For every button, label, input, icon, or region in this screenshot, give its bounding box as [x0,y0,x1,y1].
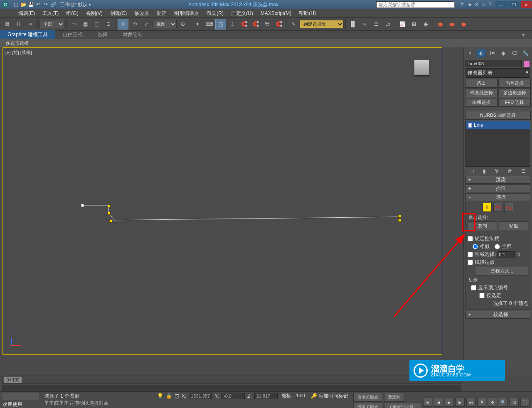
menu-rendering[interactable]: 渲染(R) [203,9,227,18]
percent-snap-icon[interactable]: 🧲 [239,19,249,29]
ribbon-tab-paint[interactable]: 对象绘制 [115,30,150,39]
isolate-icon[interactable]: ◫ [175,393,179,399]
viewcube[interactable] [414,60,429,75]
help-search-input[interactable] [376,1,455,8]
object-color-swatch[interactable] [524,61,530,67]
modifier-stack[interactable]: ▣ Line [466,121,530,167]
ribbon-panel-label[interactable]: 多边形建模 [0,39,532,47]
ribbon-tab-selection[interactable]: 选择 [90,30,115,39]
next-frame-icon[interactable]: ▶ [456,398,465,407]
spline-vertex[interactable] [398,219,401,222]
stack-item-line[interactable]: ▣ Line [466,121,530,129]
spline-vertex[interactable] [398,215,401,218]
time-config-icon[interactable]: ⧗ [477,398,486,407]
menu-tools[interactable]: 工具(T) [39,9,62,18]
menu-modifiers[interactable]: 修改器 [131,9,153,18]
menu-maxscript[interactable]: MAXScript(M) [257,10,295,17]
zoom-icon[interactable]: 🔍 [499,398,508,407]
spinner-arrows-icon[interactable]: ⇅ [517,252,521,258]
menu-grapheditors[interactable]: 图形编辑器 [171,9,202,18]
make-unique-icon[interactable]: ∀ [494,167,499,175]
area-selection-checkbox[interactable] [468,252,473,257]
schematic-icon[interactable]: ⊞ [409,19,419,29]
menu-help[interactable]: 帮助(H) [296,9,319,18]
mod-btn-ffdsel[interactable]: FFD 选择 [498,98,531,107]
menu-animation[interactable]: 动画 [153,9,170,18]
create-panel-icon[interactable]: ✳ [466,49,474,57]
display-panel-icon[interactable]: 🖵 [510,49,519,57]
goto-end-icon[interactable]: ⏭ [466,398,475,407]
binoculars-icon[interactable]: 🔭 [459,2,465,7]
max-toggle-icon[interactable]: ⛶ [520,398,530,407]
viewport-front[interactable]: [+] [前] [线框] z x [2,47,442,355]
copy-selection-button[interactable]: 复制 [468,221,497,230]
key-filters-button[interactable]: 关键点过滤器... [384,403,421,408]
unlink-icon[interactable]: ⛓ [13,19,24,29]
percent-icon[interactable]: % [262,19,273,29]
lock-selection-icon[interactable]: 💡 [157,393,163,399]
material-editor-icon[interactable]: ◉ [420,19,431,29]
play-icon[interactable]: ▶ [445,398,454,407]
select-by-button[interactable]: 选择方式... [476,267,528,275]
add-time-tag[interactable]: 添加时间标记 [318,393,348,399]
lock-icon[interactable]: 🔒 [166,393,172,399]
hierarchy-panel-icon[interactable]: 🞕 [488,49,497,57]
configure-sets-icon[interactable]: ☰ [520,167,527,175]
prev-frame-icon[interactable]: ◀ [434,398,443,407]
minimize-button[interactable]: — [495,1,507,8]
menu-edit[interactable]: 编辑(E) [15,9,38,18]
segment-end-checkbox[interactable] [468,260,473,265]
coord-z-input[interactable] [254,393,278,399]
selected-set-dropdown[interactable]: 选定对 [384,393,404,402]
spline-vertex[interactable] [108,204,111,207]
viewport-label[interactable]: [+] [前] [线框] [5,49,32,56]
link-icon[interactable]: ⛓ [2,19,12,29]
qat-undo-icon[interactable]: ↶ [35,1,42,8]
spline-vertex[interactable] [109,220,112,223]
mod-btn-extrude[interactable]: 挤出 [465,79,498,88]
close-button[interactable]: ✕ [520,1,532,8]
autokey-button[interactable]: 自动关键点 [353,393,382,402]
render-frame-icon[interactable]: 🫖 [446,19,457,29]
maximize-button[interactable]: ❐ [508,1,520,8]
mod-btn-polysel[interactable]: 多边形选择 [498,88,531,97]
spline-vertex[interactable] [81,204,84,207]
all-radio[interactable] [495,244,500,249]
maxscript-mini-listener[interactable] [2,393,39,400]
select-name-icon[interactable]: ▤ [80,19,91,29]
keyboard-icon[interactable]: ⌨ [204,19,214,29]
curve-editor-icon[interactable]: 📈 [397,19,408,29]
time-slider-thumb[interactable]: 0 / 100 [4,376,22,383]
scale-icon[interactable]: ⤢ [141,19,152,29]
remove-mod-icon[interactable]: 🗑 [507,167,513,175]
subobj-vertex-button[interactable]: ⁞⁞ [483,203,492,212]
edit-named-sel-icon[interactable]: ✎ [288,19,299,29]
modifier-list-dropdown[interactable]: 修改器列表 ▾ [466,68,530,78]
spline-vertex[interactable] [108,212,111,215]
app-logo[interactable]: G [2,1,9,8]
motion-panel-icon[interactable]: ◉ [499,49,507,57]
move-icon[interactable]: ✥ [118,19,128,29]
render-setup-icon[interactable]: 🫖 [435,19,446,29]
menu-group[interactable]: 组(G) [63,9,81,18]
window-crossing-icon[interactable]: ⊡ [103,19,114,29]
track-bar[interactable] [2,385,461,391]
rollout-selection[interactable]: -选择 [466,193,530,201]
subobj-segment-button[interactable] [493,203,502,212]
rollout-softselection[interactable]: +软选择 [466,311,530,319]
mod-btn-splinesel[interactable]: 样条线选择 [465,88,498,97]
favorites-icon[interactable]: ☆ [481,2,486,7]
mod-btn-patchsel[interactable]: 面片选择 [498,79,531,88]
rollout-render[interactable]: +渲染 [466,176,530,184]
show-vertex-numbers-checkbox[interactable] [471,285,476,290]
help-icon[interactable]: ? [488,2,491,7]
subobj-spline-button[interactable] [504,203,513,212]
lock-handles-checkbox[interactable] [468,236,473,241]
mod-btn-nurbs[interactable]: NURBS 曲面选择 [465,111,531,120]
qat-save-icon[interactable]: 💾 [27,1,34,8]
utilities-panel-icon[interactable]: 🔧 [522,49,530,57]
ribbon-tab-freeform[interactable]: 自由形式 [55,30,90,39]
setkey-button[interactable]: 设置关键点 [353,403,382,408]
pivot-icon[interactable]: ⊙ [177,19,188,29]
manipulate-icon[interactable]: ✦ [192,19,203,29]
